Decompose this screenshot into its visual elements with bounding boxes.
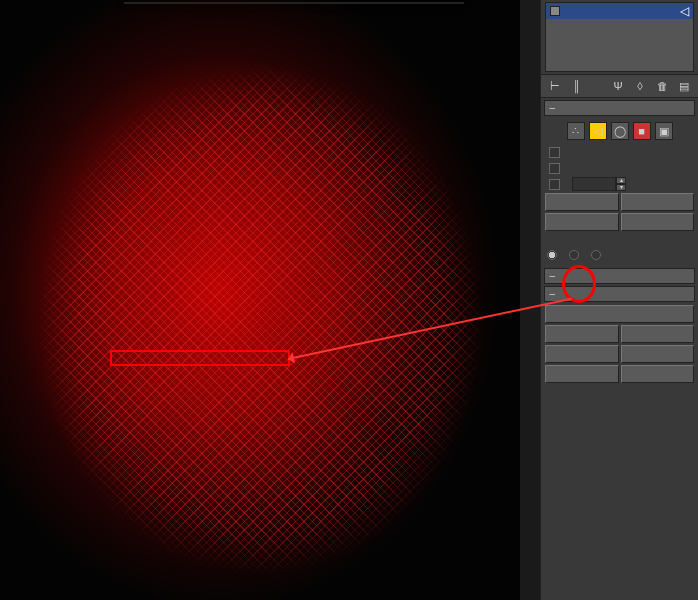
stack-item-editable-poly[interactable]: ◁	[546, 3, 693, 19]
viewport[interactable]	[0, 0, 540, 600]
ring-button[interactable]	[545, 213, 619, 231]
highlight-subobject	[562, 265, 596, 303]
target-weld-button[interactable]	[621, 365, 695, 383]
extrude-button[interactable]	[545, 345, 619, 363]
fork-icon[interactable]: Ψ	[610, 78, 626, 94]
polygon-mode-icon[interactable]: ■	[633, 122, 651, 140]
ignore-backface-check[interactable]	[549, 163, 560, 174]
by-vertex-check[interactable]	[549, 147, 560, 158]
by-angle-check[interactable]	[549, 179, 560, 190]
grow-button[interactable]	[621, 193, 695, 211]
modifier-stack[interactable]: ◁	[545, 2, 694, 72]
highlight-chamfer	[110, 350, 290, 366]
preview-radios	[541, 248, 698, 262]
preview-off-radio[interactable]	[547, 250, 557, 260]
vertex-mode-icon[interactable]: ∴	[567, 122, 585, 140]
list-icon[interactable]: ▤	[676, 78, 692, 94]
selection-count	[541, 262, 698, 266]
remove-button[interactable]	[545, 325, 619, 343]
trash-icon[interactable]: 🗑	[654, 78, 670, 94]
weld-button[interactable]	[621, 345, 695, 363]
mesh-wireframe	[0, 0, 540, 600]
chamfer-button[interactable]	[545, 365, 619, 383]
shrink-button[interactable]	[545, 193, 619, 211]
pin-icon	[550, 6, 560, 16]
config-icon[interactable]: ◊	[632, 78, 648, 94]
element-mode-icon[interactable]: ▣	[655, 122, 673, 140]
split-button[interactable]	[621, 325, 695, 343]
rollout-selection[interactable]	[544, 100, 695, 116]
edge-mode-icon[interactable]: ◁	[589, 122, 607, 140]
loop-button[interactable]	[621, 213, 695, 231]
context-menu	[124, 2, 464, 4]
preview-sub-radio[interactable]	[569, 250, 579, 260]
bulb-icon: ◁	[680, 3, 689, 19]
show-icon[interactable]: ║	[569, 78, 585, 94]
border-mode-icon[interactable]: ◯	[611, 122, 629, 140]
preview-multi-radio[interactable]	[591, 250, 601, 260]
insert-vertex-button[interactable]	[545, 305, 694, 323]
subobject-icons: ∴ ◁ ◯ ■ ▣	[541, 118, 698, 144]
lock-icon[interactable]: ⊢	[547, 78, 563, 94]
stack-tools: ⊢ ║ Ψ ◊ 🗑 ▤	[541, 74, 698, 98]
angle-spinner[interactable]: ▴▾	[572, 177, 626, 191]
